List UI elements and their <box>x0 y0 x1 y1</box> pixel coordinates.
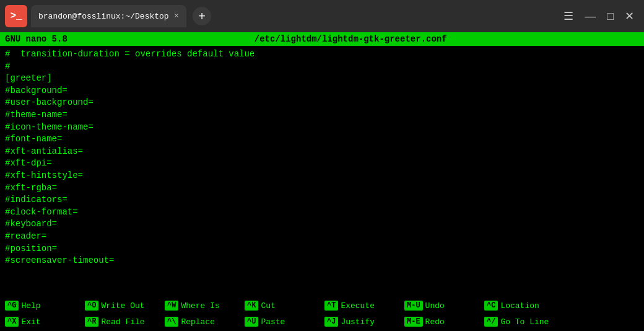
shortcut-key: ^U <box>245 317 258 327</box>
shortcut-key: ^K <box>245 301 258 311</box>
shortcut-label: Replace <box>181 317 215 327</box>
shortcut-label: Help <box>21 301 40 311</box>
shortcut-label: Exit <box>21 317 40 327</box>
nano-version: GNU nano 5.8 <box>5 34 67 44</box>
shortcut-key: ^J <box>324 317 338 327</box>
terminal-icon: >_ <box>5 5 27 27</box>
menu-button[interactable]: ☰ <box>564 9 573 23</box>
shortcut-label: Execute <box>341 301 375 311</box>
shortcut-key: ^\ <box>165 317 178 327</box>
shortcut-key: M-E <box>404 317 423 327</box>
maximize-button[interactable]: □ <box>607 10 614 23</box>
shortcut-item: ^RRead File <box>82 314 162 330</box>
shortcut-label: Redo <box>425 317 445 327</box>
nano-filepath: /etc/lightdm/lightdm-gtk-greeter.conf <box>255 34 447 44</box>
shortcut-key: ^X <box>5 317 19 327</box>
shortcut-key: ^G <box>5 301 19 311</box>
shortcut-item: ^CLocation <box>482 298 562 314</box>
shortcut-label: Justify <box>341 317 375 327</box>
shortcut-item: ^TExecute <box>322 298 402 314</box>
shortcut-label: Go To Line <box>500 317 549 327</box>
tab-label: brandon@fosslinux:~/Desktop <box>38 12 169 21</box>
tab-close-button[interactable]: × <box>174 12 179 20</box>
shortcut-item: ^XExit <box>2 314 82 330</box>
shortcut-label: Read File <box>101 317 144 327</box>
shortcut-item <box>562 298 642 314</box>
shortcut-key: ^W <box>165 301 178 311</box>
shortcut-item: ^/Go To Line <box>482 314 562 330</box>
shortcut-item: M-UUndo <box>402 298 482 314</box>
new-tab-button[interactable]: + <box>193 7 211 25</box>
shortcut-key: ^T <box>324 301 338 311</box>
shortcut-item: ^WWhere Is <box>162 298 242 314</box>
shortcut-item: ^GHelp <box>2 298 82 314</box>
close-button[interactable]: ✕ <box>625 9 634 23</box>
shortcut-item: ^\Replace <box>162 314 242 330</box>
shortcut-label: Write Out <box>101 301 144 311</box>
shortcut-key: M-U <box>404 301 423 311</box>
terminal-body: GNU nano 5.8 /etc/lightdm/lightdm-gtk-gr… <box>0 32 644 331</box>
minimize-button[interactable]: — <box>585 10 596 23</box>
terminal-tab[interactable]: brandon@fosslinux:~/Desktop × <box>31 5 186 27</box>
shortcut-label: Where Is <box>181 301 219 311</box>
window-controls: ☰ — □ ✕ <box>564 9 639 23</box>
shortcut-label: Cut <box>261 301 275 311</box>
title-bar: >_ brandon@fosslinux:~/Desktop × + ☰ — □… <box>0 0 644 32</box>
shortcut-key: ^C <box>484 301 498 311</box>
shortcut-key: ^/ <box>484 317 498 327</box>
shortcut-label: Paste <box>261 317 285 327</box>
shortcut-label: Undo <box>425 301 445 311</box>
nano-status-bar: GNU nano 5.8 /etc/lightdm/lightdm-gtk-gr… <box>0 32 644 46</box>
shortcut-item: ^UPaste <box>242 314 322 330</box>
shortcut-item: ^KCut <box>242 298 322 314</box>
shortcut-item: M-ERedo <box>402 314 482 330</box>
shortcut-bar: ^GHelp^OWrite Out^WWhere Is^KCut^TExecut… <box>0 296 644 331</box>
editor-area[interactable]: # transition-duration = overrides defaul… <box>0 46 644 296</box>
shortcut-item <box>562 314 642 330</box>
shortcut-label: Location <box>500 301 539 311</box>
shortcut-item: ^OWrite Out <box>82 298 162 314</box>
shortcut-item: ^JJustify <box>322 314 402 330</box>
shortcut-key: ^O <box>85 301 98 311</box>
shortcut-key: ^R <box>85 317 98 327</box>
